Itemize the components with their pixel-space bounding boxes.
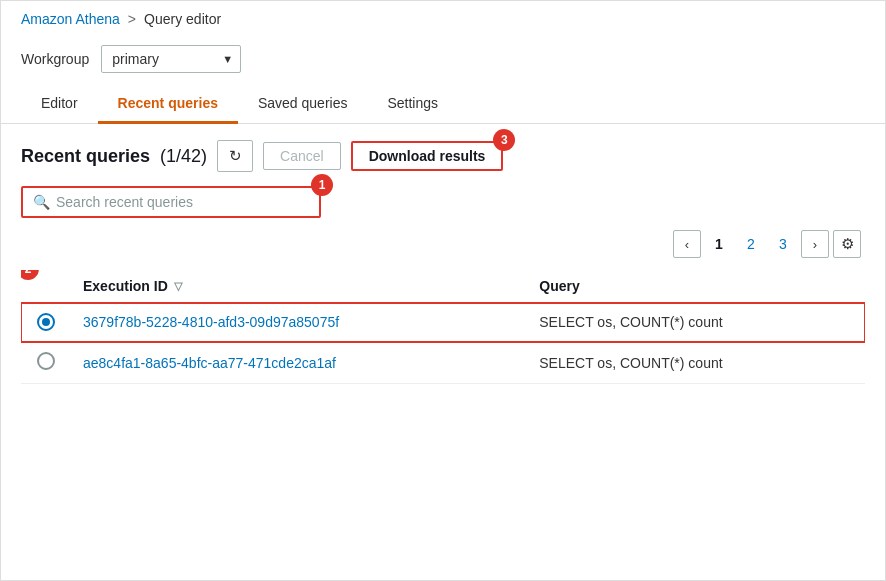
select-col-header: 2 — [21, 270, 71, 303]
page-prev-button[interactable]: ‹ — [673, 230, 701, 258]
annotation-2: 2 — [21, 270, 39, 280]
workgroup-select-wrapper: primary secondary — [101, 45, 241, 73]
refresh-button[interactable]: ↻ — [217, 140, 253, 172]
download-results-button[interactable]: Download results — [351, 141, 504, 171]
results-table: 2 Execution ID ▽ Query — [21, 270, 865, 384]
tab-editor[interactable]: Editor — [21, 85, 98, 124]
breadcrumb: Amazon Athena > Query editor — [1, 1, 885, 37]
radio-unselected-icon[interactable] — [37, 352, 55, 370]
workgroup-select[interactable]: primary secondary — [101, 45, 241, 73]
execution-id-link-1[interactable]: 3679f78b-5228-4810-afd3-09d97a85075f — [83, 314, 339, 330]
search-icon: 🔍 — [33, 194, 50, 210]
query-cell-2: SELECT os, COUNT(*) count — [527, 342, 865, 384]
search-input[interactable] — [56, 194, 309, 210]
tabs-bar: Editor Recent queries Saved queries Sett… — [1, 85, 885, 124]
row-radio-2[interactable] — [21, 342, 71, 384]
query-col-header: Query — [527, 270, 865, 303]
breadcrumb-separator: > — [128, 11, 136, 27]
table-wrapper: 2 Execution ID ▽ Query — [21, 270, 865, 384]
page-2[interactable]: 2 — [737, 230, 765, 258]
pagination-row: ‹ 1 2 3 › ⚙ — [21, 230, 865, 258]
breadcrumb-link-athena[interactable]: Amazon Athena — [21, 11, 120, 27]
annotation-1: 1 — [311, 174, 333, 196]
page-next-button[interactable]: › — [801, 230, 829, 258]
annotation-3: 3 — [493, 129, 515, 151]
sort-icon: ▽ — [174, 280, 182, 293]
page-wrapper: Amazon Athena > Query editor Workgroup p… — [0, 0, 886, 581]
section-count: (1/42) — [160, 146, 207, 167]
workgroup-label: Workgroup — [21, 51, 89, 67]
table-header-row: 2 Execution ID ▽ Query — [21, 270, 865, 303]
page-3[interactable]: 3 — [769, 230, 797, 258]
main-content: Recent queries (1/42) ↻ Cancel 3 Downloa… — [1, 124, 885, 400]
breadcrumb-current: Query editor — [144, 11, 221, 27]
execution-id-cell-1: 3679f78b-5228-4810-afd3-09d97a85075f — [71, 303, 527, 342]
cancel-button[interactable]: Cancel — [263, 142, 341, 170]
tab-settings[interactable]: Settings — [367, 85, 458, 124]
table-row: ae8c4fa1-8a65-4bfc-aa77-471cde2ca1af SEL… — [21, 342, 865, 384]
section-header: Recent queries (1/42) ↻ Cancel 3 Downloa… — [21, 140, 865, 172]
table-settings-button[interactable]: ⚙ — [833, 230, 861, 258]
execution-id-header[interactable]: Execution ID ▽ — [71, 270, 527, 303]
search-row: 🔍 1 — [21, 186, 865, 218]
workgroup-row: Workgroup primary secondary — [1, 37, 885, 85]
execution-id-cell-2: ae8c4fa1-8a65-4bfc-aa77-471cde2ca1af — [71, 342, 527, 384]
radio-selected-icon[interactable] — [37, 313, 55, 331]
download-btn-wrapper: 3 Download results — [351, 141, 504, 171]
execution-id-link-2[interactable]: ae8c4fa1-8a65-4bfc-aa77-471cde2ca1af — [83, 355, 336, 371]
page-1[interactable]: 1 — [705, 230, 733, 258]
tab-recent-queries[interactable]: Recent queries — [98, 85, 238, 124]
tab-saved-queries[interactable]: Saved queries — [238, 85, 368, 124]
section-title: Recent queries — [21, 146, 150, 167]
query-cell-1: SELECT os, COUNT(*) count — [527, 303, 865, 342]
search-box-wrapper: 🔍 1 — [21, 186, 321, 218]
search-box: 🔍 — [21, 186, 321, 218]
row-radio-1[interactable] — [21, 303, 71, 342]
table-row: 3679f78b-5228-4810-afd3-09d97a85075f SEL… — [21, 303, 865, 342]
